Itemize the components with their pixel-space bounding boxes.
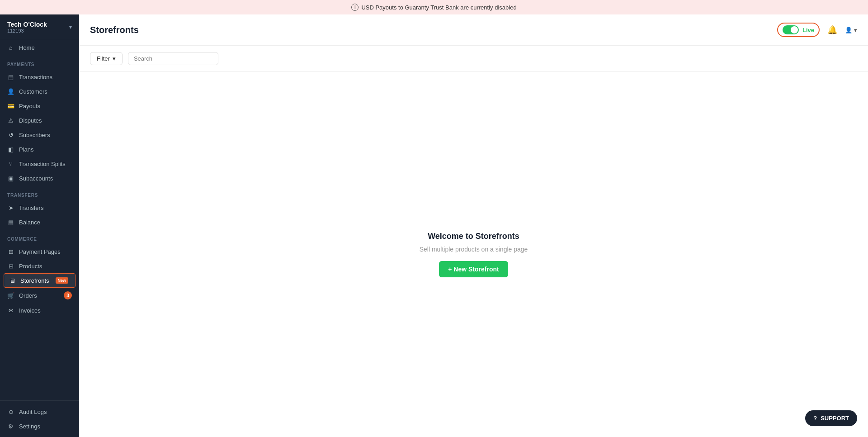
top-banner: i USD Payouts to Guaranty Trust Bank are… <box>0 0 868 14</box>
empty-state: Welcome to Storefronts Sell multiple pro… <box>79 72 868 437</box>
storefronts-new-badge: New <box>56 277 69 284</box>
sidebar-item-disputes[interactable]: ⚠ Disputes <box>0 113 79 128</box>
sidebar-item-customers-label: Customers <box>19 88 47 95</box>
sidebar-item-subaccounts[interactable]: ▣ Subaccounts <box>0 171 79 185</box>
sidebar-item-payment-pages[interactable]: ⊞ Payment Pages <box>0 244 79 259</box>
payments-section-label: PAYMENTS <box>0 55 79 70</box>
support-icon: ? <box>813 415 817 422</box>
banner-message: USD Payouts to Guaranty Trust Bank are c… <box>361 4 516 11</box>
storefronts-icon: 🖥 <box>9 277 16 284</box>
payment-pages-icon: ⊞ <box>7 248 14 255</box>
sidebar-item-subaccounts-label: Subaccounts <box>19 175 53 182</box>
products-icon: ⊟ <box>7 262 14 270</box>
sidebar-item-home-label: Home <box>19 44 35 51</box>
sidebar-item-products-label: Products <box>19 263 42 270</box>
info-icon: i <box>351 4 359 11</box>
sidebar-item-invoices[interactable]: ✉ Invoices <box>0 303 79 318</box>
sidebar-item-transactions-label: Transactions <box>19 74 52 81</box>
user-chevron-icon: ▾ <box>854 27 857 33</box>
invoices-icon: ✉ <box>7 307 14 314</box>
user-menu-button[interactable]: 👤 ▾ <box>845 27 857 33</box>
payouts-icon: 💳 <box>7 102 14 109</box>
new-storefront-button[interactable]: + New Storefront <box>439 261 508 277</box>
sidebar-item-payouts[interactable]: 💳 Payouts <box>0 99 79 113</box>
brand-chevron-icon: ▾ <box>69 24 72 30</box>
sidebar-item-subscribers-label: Subscribers <box>19 132 50 138</box>
sidebar-item-transaction-splits[interactable]: ⑂ Transaction Splits <box>0 157 79 171</box>
transfers-section-label: TRANSFERS <box>0 185 79 200</box>
empty-state-subtitle: Sell multiple products on a single page <box>420 246 528 253</box>
filter-button[interactable]: Filter ▾ <box>90 52 123 65</box>
live-label: Live <box>802 27 814 33</box>
sidebar-item-orders-label: Orders <box>19 292 37 299</box>
new-storefront-label: + New Storefront <box>448 266 499 273</box>
empty-state-title: Welcome to Storefronts <box>428 232 519 241</box>
transfers-icon: ➤ <box>7 204 14 211</box>
live-toggle[interactable] <box>783 25 799 34</box>
sidebar-item-audit-logs[interactable]: ⊙ Audit Logs <box>0 404 79 419</box>
sidebar-item-transfers-label: Transfers <box>19 204 43 211</box>
subaccounts-icon: ▣ <box>7 175 14 182</box>
page-title: Storefronts <box>90 25 139 35</box>
header-right: Live 🔔 👤 ▾ <box>777 23 857 37</box>
brand-name: Tech O'Clock <box>7 21 47 28</box>
sidebar-item-subscribers[interactable]: ↺ Subscribers <box>0 128 79 142</box>
sidebar-item-products[interactable]: ⊟ Products <box>0 259 79 273</box>
commerce-section-label: COMMERCE <box>0 229 79 244</box>
sidebar-item-invoices-label: Invoices <box>19 307 41 314</box>
bell-icon: 🔔 <box>827 25 837 35</box>
brand-text: Tech O'Clock 112193 <box>7 21 47 33</box>
audit-logs-icon: ⊙ <box>7 408 14 415</box>
sidebar-footer: ⊙ Audit Logs ⚙ Settings <box>0 400 79 437</box>
sidebar-item-settings-label: Settings <box>19 423 40 430</box>
sidebar-item-transaction-splits-label: Transaction Splits <box>19 161 66 167</box>
main-toolbar: Filter ▾ <box>79 46 868 72</box>
search-input-wrap <box>128 52 218 65</box>
sidebar-item-disputes-label: Disputes <box>19 117 42 124</box>
sidebar-item-plans[interactable]: ◧ Plans <box>0 142 79 157</box>
settings-icon: ⚙ <box>7 423 14 430</box>
orders-count-badge: 3 <box>64 291 72 299</box>
sidebar-item-balance-label: Balance <box>19 219 40 226</box>
orders-icon: 🛒 <box>7 292 14 299</box>
disputes-icon: ⚠ <box>7 117 14 124</box>
transaction-splits-icon: ⑂ <box>7 160 14 167</box>
support-button[interactable]: ? SUPPORT <box>805 410 857 426</box>
sidebar-item-settings[interactable]: ⚙ Settings <box>0 419 79 433</box>
filter-label: Filter <box>97 55 110 62</box>
user-icon: 👤 <box>845 27 852 33</box>
live-toggle-container[interactable]: Live <box>777 23 820 37</box>
transactions-icon: ▤ <box>7 73 14 81</box>
sidebar-item-payouts-label: Payouts <box>19 103 40 109</box>
sidebar-item-payment-pages-label: Payment Pages <box>19 248 61 255</box>
sidebar-item-transfers[interactable]: ➤ Transfers <box>0 200 79 215</box>
sidebar-item-audit-logs-label: Audit Logs <box>19 408 47 415</box>
sidebar-item-balance[interactable]: ▤ Balance <box>0 215 79 229</box>
sidebar-item-storefronts-label: Storefronts <box>20 277 49 284</box>
home-icon: ⌂ <box>7 44 14 51</box>
customers-icon: 👤 <box>7 88 14 95</box>
sidebar-item-orders[interactable]: 🛒 Orders 3 <box>0 288 79 303</box>
search-input[interactable] <box>128 52 218 65</box>
sidebar-item-customers[interactable]: 👤 Customers <box>0 84 79 99</box>
balance-icon: ▤ <box>7 218 14 226</box>
main-content: Storefronts Live 🔔 👤 ▾ Filter ▾ <box>79 14 868 437</box>
sidebar: Tech O'Clock 112193 ▾ ⌂ Home PAYMENTS ▤ … <box>0 14 79 437</box>
sidebar-item-home[interactable]: ⌂ Home <box>0 40 79 55</box>
brand-section[interactable]: Tech O'Clock 112193 ▾ <box>0 14 79 40</box>
subscribers-icon: ↺ <box>7 131 14 138</box>
brand-id: 112193 <box>7 28 47 33</box>
main-header: Storefronts Live 🔔 👤 ▾ <box>79 14 868 46</box>
sidebar-item-plans-label: Plans <box>19 146 34 153</box>
sidebar-item-storefronts[interactable]: 🖥 Storefronts New <box>4 273 75 288</box>
notifications-button[interactable]: 🔔 <box>825 23 840 37</box>
plans-icon: ◧ <box>7 146 14 153</box>
sidebar-item-transactions[interactable]: ▤ Transactions <box>0 70 79 84</box>
support-label: SUPPORT <box>821 415 849 422</box>
filter-chevron-icon: ▾ <box>113 55 116 62</box>
